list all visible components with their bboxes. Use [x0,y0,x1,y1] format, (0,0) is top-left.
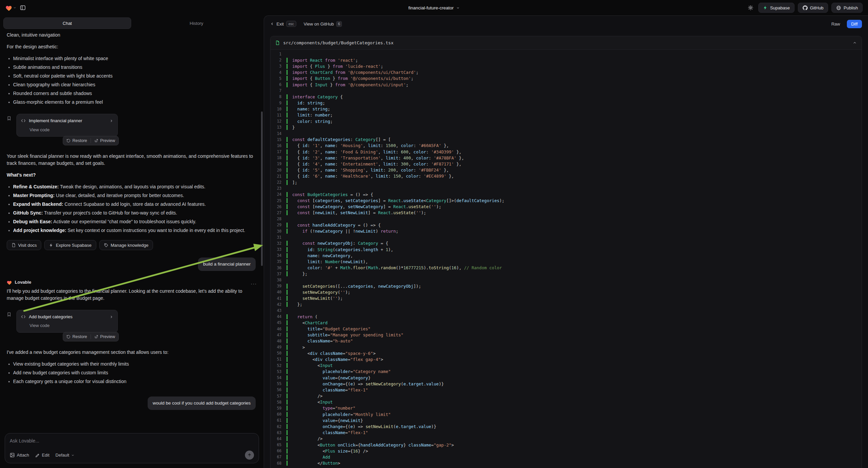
code-text: interface Category { [286,94,862,99]
view-code-link[interactable]: View code [21,322,114,329]
heart-icon [5,5,12,11]
edit-button[interactable]: Edit [35,452,49,458]
more-options-button[interactable]: ... [251,280,257,285]
preview-button[interactable]: Preview [94,138,115,143]
line-number: 13 [271,125,286,129]
visit-docs-button[interactable]: Visit docs [7,240,41,250]
github-label: GitHub [810,5,824,10]
collapse-file-button[interactable] [852,40,857,45]
code-text: className="flex-1" [286,430,862,435]
code-line: 21 { id: '6', name: 'Healthcare', limit:… [271,173,862,179]
code-text: id: String(categories.length + 1), [286,247,862,252]
exit-button[interactable]: Exit esc [270,21,296,27]
line-number: 47 [271,333,286,338]
code-line: 33 id: String(categories.length + 1), [271,246,862,253]
line-number: 52 [271,363,286,368]
diff-toggle-button[interactable]: Diff [847,20,862,28]
tab-history[interactable]: History [132,18,260,29]
code-text: id: string; [286,100,862,106]
project-title-button[interactable]: financial-future-creator [408,5,460,10]
code-line: 49 > [271,344,862,350]
list-item: Minimalist interface with plenty of whit… [7,55,257,62]
supabase-button[interactable]: Supabase [758,3,795,13]
restore-button[interactable]: Restore [66,138,87,143]
bookmark-icon[interactable] [7,116,11,121]
code-text: /> [286,436,862,441]
code-line: 27 const [newLimit, setNewLimit] = React… [271,210,862,216]
line-number: 31 [271,235,286,240]
bookmark-icon[interactable] [7,312,11,317]
tool-card-header: Add budget categories [21,314,114,320]
composer: Attach Edit Default [5,433,259,463]
tool-card-add-budget-categories[interactable]: Add budget categories View code Restore [17,310,118,333]
code-lines[interactable]: 12import React from 'react';3import { Pl… [271,50,862,468]
line-number: 18 [271,155,286,160]
mode-label: Default [55,452,69,458]
manage-knowledge-button[interactable]: Manage knowledge [99,240,153,250]
code-text: { id: '6', name: 'Healthcare', limit: 15… [286,174,862,179]
line-number: 42 [271,302,286,307]
line-number: 67 [271,455,286,459]
code-line: 46 title="Budget Categories" [271,326,862,332]
file-header[interactable]: src/components/budget/BudgetCategories.t… [271,36,862,50]
attach-button[interactable]: Attach [10,452,29,458]
code-line: 37 }; [271,271,862,277]
design-heading: For the design aesthetic: [7,43,257,50]
code-text: onChange={(e) => setNewLimit(e.target.va… [286,424,862,429]
code-text: setCategories([...categories, newCategor… [286,284,862,289]
list-item: Each category gets a unique color for vi… [7,378,257,385]
app-window: financial-future-creator Supabase [0,0,868,468]
code-text: const newCategoryObj: Category = { [286,241,862,246]
code-text: import ChartCard from '@/components/ui/C… [286,70,862,75]
code-line: 12 color: string; [271,118,862,124]
chat-scrollbar[interactable] [261,112,263,266]
code-text: <div className="space-y-6"> [286,351,862,356]
line-number: 27 [271,210,286,215]
mode-selector[interactable]: Default [55,452,74,458]
code-line: 42 }; [271,301,862,308]
line-number: 50 [271,351,286,355]
code-line: 28 [271,216,862,222]
code-line: 13} [271,124,862,130]
code-line: 3import { Plus } from 'lucide-react'; [271,63,862,69]
view-on-github-button[interactable]: View on GitHub 6 [304,21,342,27]
github-icon [803,5,808,10]
chat-input[interactable] [10,438,254,443]
send-button[interactable] [245,450,254,460]
code-line: 54 value={newCategory} [271,375,862,381]
code-line: 35 limit: Number(newLimit), [271,259,862,265]
line-number: 68 [271,461,286,466]
code-text: /> [286,393,862,399]
code-line: 40 setNewCategory(''); [271,289,862,295]
lovable-logo-button[interactable] [5,5,17,11]
code-line: 14 [271,130,862,136]
line-number: 19 [271,162,286,166]
code-line: 26 const [newCategory, setNewCategory] =… [271,204,862,210]
github-button[interactable]: GitHub [798,3,828,13]
settings-button[interactable] [748,5,753,11]
view-code-link[interactable]: View code [21,126,114,133]
code-text: <Input [286,363,862,368]
list-item: Refine & Customize: Tweak the design, an… [7,183,257,191]
tab-chat[interactable]: Chat [3,18,131,29]
list-item: Rounded corners and subtle shadows [7,90,257,97]
tool-card-implement-financial-planner[interactable]: Implement financial planner View code Re… [17,114,118,137]
raw-toggle-button[interactable]: Raw [828,20,844,28]
code-text: const [categories, setCategories] = Reac… [286,198,862,203]
sidebar-toggle-button[interactable] [20,5,26,11]
publish-button[interactable]: Publish [831,3,863,13]
code-text: > [286,345,862,350]
main-split: Chat History Clean, intuitive navigation… [0,16,868,468]
restore-label: Restore [72,334,87,339]
code-text: return ( [286,314,862,319]
chat-message-list[interactable]: Clean, intuitive navigation For the desi… [0,30,264,430]
line-number: 30 [271,229,286,234]
restore-button[interactable]: Restore [66,334,87,339]
explore-supabase-button[interactable]: Explore Supabase [44,240,96,250]
line-number: 54 [271,375,286,380]
line-number: 25 [271,198,286,203]
line-number: 39 [271,284,286,288]
preview-button[interactable]: Preview [94,334,115,339]
topbar-left [5,5,26,11]
code-line: 52 <Input [271,362,862,369]
